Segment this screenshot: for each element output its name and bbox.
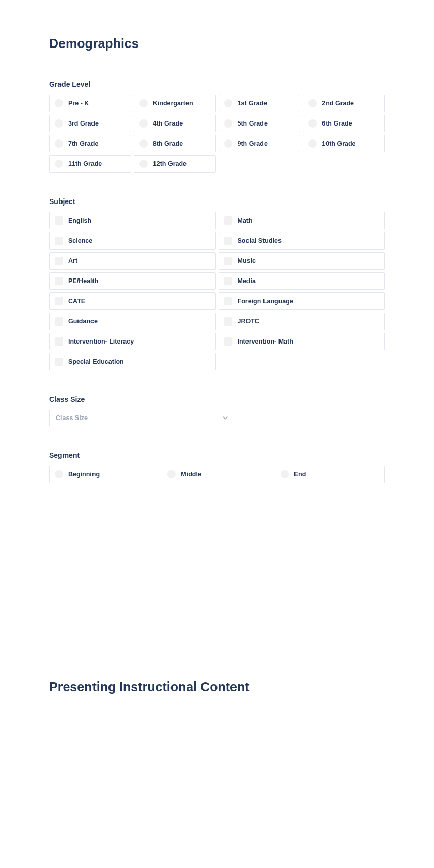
checkbox-icon	[55, 297, 63, 305]
radio-icon	[140, 160, 148, 168]
label-grade-level: Grade Level	[49, 80, 385, 88]
section-class-size: Class Size Class Size	[49, 395, 385, 426]
subject-option[interactable]: JROTC	[219, 313, 385, 330]
option-label: Music	[238, 257, 256, 265]
checkbox-icon	[224, 277, 233, 285]
grade-option[interactable]: Pre - K	[49, 95, 131, 112]
checkbox-icon	[55, 317, 63, 326]
subject-option[interactable]: Science	[49, 232, 216, 250]
section-subject: Subject English Math Science Social Stud…	[49, 197, 385, 370]
grade-level-options: Pre - K Kindergarten 1st Grade 2nd Grade…	[49, 95, 385, 173]
heading-presenting: Presenting Instructional Content	[49, 679, 385, 694]
option-label: Science	[68, 237, 92, 244]
checkbox-icon	[55, 358, 63, 366]
option-label: 5th Grade	[238, 120, 268, 127]
segment-option[interactable]: End	[275, 466, 385, 483]
option-label: Pre - K	[68, 100, 89, 107]
radio-icon	[55, 470, 63, 478]
option-label: Social Studies	[238, 237, 282, 244]
radio-icon	[308, 99, 317, 107]
option-label: 4th Grade	[153, 120, 183, 127]
segment-option[interactable]: Beginning	[49, 466, 159, 483]
segment-option[interactable]: Middle	[162, 466, 272, 483]
radio-icon	[55, 160, 63, 168]
radio-icon	[140, 140, 148, 148]
radio-icon	[140, 99, 148, 107]
label-subject: Subject	[49, 197, 385, 206]
checkbox-icon	[55, 277, 63, 285]
option-label: Foreign Language	[238, 298, 293, 305]
checkbox-icon	[224, 297, 233, 305]
checkbox-icon	[224, 237, 233, 245]
option-label: 3rd Grade	[68, 120, 99, 127]
checkbox-icon	[55, 257, 63, 265]
option-label: Guidance	[68, 318, 98, 325]
section-segment: Segment Beginning Middle End	[49, 451, 385, 483]
radio-icon	[224, 99, 233, 107]
subject-option[interactable]: Math	[219, 212, 385, 229]
radio-icon	[55, 99, 63, 107]
option-label: JROTC	[238, 318, 259, 325]
section-grade-level: Grade Level Pre - K Kindergarten 1st Gra…	[49, 80, 385, 173]
subject-option[interactable]: CATE	[49, 292, 216, 310]
grade-option[interactable]: 1st Grade	[219, 95, 301, 112]
radio-icon	[167, 470, 176, 478]
subject-option[interactable]: Intervention- Literacy	[49, 333, 216, 350]
grade-option[interactable]: 12th Grade	[134, 155, 216, 173]
checkbox-icon	[55, 216, 63, 225]
subject-option[interactable]: Special Education	[49, 353, 216, 370]
option-label: 1st Grade	[238, 100, 268, 107]
grade-option[interactable]: 7th Grade	[49, 135, 131, 152]
grade-option[interactable]: 4th Grade	[134, 115, 216, 132]
option-label: 10th Grade	[322, 140, 355, 147]
radio-icon	[308, 119, 317, 128]
checkbox-icon	[224, 317, 233, 326]
checkbox-icon	[224, 337, 233, 346]
subject-option[interactable]: PE/Health	[49, 272, 216, 290]
option-label: End	[294, 471, 306, 478]
segment-options: Beginning Middle End	[49, 466, 385, 483]
option-label: 11th Grade	[68, 160, 102, 167]
radio-icon	[140, 119, 148, 128]
grade-option[interactable]: 5th Grade	[219, 115, 301, 132]
grade-option[interactable]: 10th Grade	[303, 135, 385, 152]
heading-demographics: Demographics	[49, 36, 385, 51]
option-label: Special Education	[68, 358, 124, 365]
subject-option[interactable]: Media	[219, 272, 385, 290]
grade-option[interactable]: 2nd Grade	[303, 95, 385, 112]
option-label: 7th Grade	[68, 140, 98, 147]
subject-options: English Math Science Social Studies Art …	[49, 212, 385, 370]
option-label: Media	[238, 277, 256, 285]
chevron-down-icon	[222, 415, 228, 421]
grade-option[interactable]: 9th Grade	[219, 135, 301, 152]
checkbox-icon	[55, 237, 63, 245]
option-label: Kindergarten	[153, 100, 193, 107]
radio-icon	[281, 470, 289, 478]
grade-option[interactable]: 3rd Grade	[49, 115, 131, 132]
option-label: 6th Grade	[322, 120, 352, 127]
subject-option[interactable]: Music	[219, 252, 385, 270]
label-segment: Segment	[49, 451, 385, 459]
subject-option[interactable]: Intervention- Math	[219, 333, 385, 350]
grade-option[interactable]: Kindergarten	[134, 95, 216, 112]
grade-option[interactable]: 6th Grade	[303, 115, 385, 132]
grade-option[interactable]: 11th Grade	[49, 155, 131, 173]
subject-option[interactable]: Social Studies	[219, 232, 385, 250]
radio-icon	[308, 140, 317, 148]
radio-icon	[224, 119, 233, 128]
grade-option[interactable]: 8th Grade	[134, 135, 216, 152]
option-label: 8th Grade	[153, 140, 183, 147]
checkbox-icon	[224, 216, 233, 225]
subject-option[interactable]: Art	[49, 252, 216, 270]
checkbox-icon	[55, 337, 63, 346]
class-size-select[interactable]: Class Size	[49, 410, 235, 426]
option-label: 9th Grade	[238, 140, 268, 147]
radio-icon	[224, 140, 233, 148]
subject-option[interactable]: Guidance	[49, 313, 216, 330]
radio-icon	[55, 119, 63, 128]
subject-option[interactable]: Foreign Language	[219, 292, 385, 310]
option-label: Intervention- Math	[238, 338, 293, 345]
option-label: Intervention- Literacy	[68, 338, 134, 345]
checkbox-icon	[224, 257, 233, 265]
subject-option[interactable]: English	[49, 212, 216, 229]
